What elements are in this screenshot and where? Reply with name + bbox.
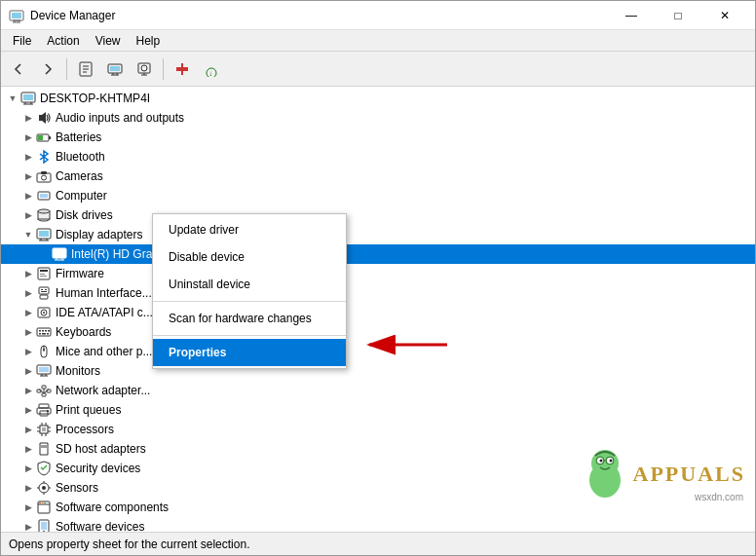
svg-point-16 xyxy=(141,65,147,71)
list-item[interactable]: ▶ Monitors xyxy=(1,361,755,381)
back-button[interactable] xyxy=(5,56,32,83)
menu-action[interactable]: Action xyxy=(39,32,87,50)
svg-rect-30 xyxy=(49,136,51,139)
svg-rect-47 xyxy=(55,250,64,256)
svg-rect-78 xyxy=(42,393,46,396)
list-item[interactable]: ▶ Disk drives xyxy=(1,205,755,225)
firmware-expander[interactable]: ▶ xyxy=(20,266,36,281)
menu-bar: File Action View Help xyxy=(1,30,755,52)
svg-point-40 xyxy=(38,209,50,213)
bluetooth-expander[interactable]: ▶ xyxy=(20,149,36,165)
sdcard-icon xyxy=(36,441,52,457)
list-item[interactable]: ▶ Software devices xyxy=(1,517,755,532)
context-uninstall-device[interactable]: Uninstall device xyxy=(153,271,346,298)
menu-file[interactable]: File xyxy=(5,32,39,50)
network-label: Network adapter... xyxy=(56,384,751,397)
menu-help[interactable]: Help xyxy=(129,32,169,50)
computer-label: Computer xyxy=(56,189,751,203)
svg-rect-67 xyxy=(48,330,50,332)
svg-rect-63 xyxy=(37,328,51,336)
audio-expander[interactable]: ▶ xyxy=(20,110,36,126)
security-expander[interactable]: ▶ xyxy=(20,461,36,476)
svg-rect-42 xyxy=(39,231,49,237)
network-expander[interactable]: ▶ xyxy=(20,383,36,398)
list-item[interactable]: ▶ Batteries xyxy=(1,128,755,147)
keyboard-expander[interactable]: ▶ xyxy=(20,324,36,340)
root-expander[interactable]: ▼ xyxy=(5,91,20,106)
svg-text:↓: ↓ xyxy=(208,69,212,77)
context-update-driver[interactable]: Update driver xyxy=(153,216,346,243)
forward-button[interactable] xyxy=(34,56,61,83)
list-item[interactable]: ▶ Processors xyxy=(1,420,755,439)
mascot-icon xyxy=(581,446,629,500)
list-item[interactable]: ▶ Cameras xyxy=(1,167,755,186)
svg-rect-31 xyxy=(38,135,43,140)
batteries-expander[interactable]: ▶ xyxy=(20,130,36,145)
hid-expander[interactable]: ▶ xyxy=(20,285,36,301)
svg-rect-59 xyxy=(40,295,48,299)
root-label: DESKTOP-KHTMP4I xyxy=(40,92,751,105)
svg-rect-64 xyxy=(39,330,41,332)
properties-button[interactable] xyxy=(72,56,99,83)
context-separator-1 xyxy=(153,301,346,302)
svg-rect-57 xyxy=(45,289,47,290)
maximize-button[interactable]: □ xyxy=(656,1,700,30)
list-item[interactable]: ▶ Audio inputs and outputs xyxy=(1,108,755,128)
swdev-expander[interactable]: ▶ xyxy=(20,519,36,532)
sensors-expander[interactable]: ▶ xyxy=(20,480,36,496)
display-expander[interactable]: ▼ xyxy=(20,227,36,242)
context-scan-hardware[interactable]: Scan for hardware changes xyxy=(153,305,346,332)
computer-expander[interactable]: ▶ xyxy=(20,188,36,204)
disk-icon xyxy=(36,207,52,223)
watermark-text: APPUALS xyxy=(633,462,745,487)
status-text: Opens property sheet for the current sel… xyxy=(9,537,249,551)
list-item[interactable]: ▶ Firmware xyxy=(1,264,755,283)
software-icon xyxy=(36,500,52,515)
svg-rect-69 xyxy=(42,333,46,335)
svg-rect-114 xyxy=(41,522,47,530)
help-button[interactable]: ↓ xyxy=(198,56,225,83)
print-expander[interactable]: ▶ xyxy=(20,402,36,418)
content-area: ▼ DESKTOP-KHTMP4I ▶ xyxy=(1,87,755,532)
cameras-expander[interactable]: ▶ xyxy=(20,168,36,184)
menu-view[interactable]: View xyxy=(88,32,129,50)
svg-rect-33 xyxy=(37,173,51,182)
network-icon xyxy=(36,383,52,398)
tree-item-intel[interactable]: Intel(R) HD Graphics 615 xyxy=(1,244,755,264)
audio-label: Audio inputs and outputs xyxy=(56,111,751,125)
list-item[interactable]: ▶ Network adapter... xyxy=(1,381,755,400)
disable-button[interactable] xyxy=(169,56,196,83)
list-item[interactable]: ▶ Bluetooth xyxy=(1,147,755,167)
svg-point-125 xyxy=(591,450,619,477)
close-button[interactable]: ✕ xyxy=(702,1,747,30)
update-driver-button[interactable] xyxy=(101,56,129,83)
context-properties[interactable]: Properties xyxy=(153,339,346,366)
svg-point-128 xyxy=(599,460,602,463)
list-item[interactable]: ▶ IDE ATA/ATAPI c... xyxy=(1,303,755,322)
swcomp-expander[interactable]: ▶ xyxy=(20,500,36,515)
list-item[interactable]: ▶ Human Interface... xyxy=(1,283,755,303)
svg-marker-20 xyxy=(181,63,183,75)
intel-expander xyxy=(36,246,52,262)
disk-expander[interactable]: ▶ xyxy=(20,207,36,223)
scan-hardware-button[interactable] xyxy=(131,56,158,83)
list-item[interactable]: ▶ Print queues xyxy=(1,400,755,420)
tree-root[interactable]: ▼ DESKTOP-KHTMP4I xyxy=(1,89,755,108)
context-disable-device[interactable]: Disable device xyxy=(153,243,346,271)
processors-expander[interactable]: ▶ xyxy=(20,422,36,437)
list-item[interactable]: ▶ Computer xyxy=(1,186,755,205)
svg-point-103 xyxy=(42,486,46,490)
svg-rect-68 xyxy=(39,333,41,335)
list-item[interactable]: ▼ Display adapters xyxy=(1,225,755,244)
mice-expander[interactable]: ▶ xyxy=(20,344,36,359)
svg-point-110 xyxy=(39,502,41,504)
svg-rect-24 xyxy=(23,94,33,100)
monitors-expander[interactable]: ▶ xyxy=(20,363,36,379)
monitors-icon xyxy=(36,363,52,379)
svg-point-72 xyxy=(43,349,45,351)
ide-expander[interactable]: ▶ xyxy=(20,305,36,320)
minimize-button[interactable]: — xyxy=(609,1,654,30)
sd-expander[interactable]: ▶ xyxy=(20,441,36,457)
camera-icon xyxy=(36,168,52,184)
svg-point-111 xyxy=(42,502,44,504)
